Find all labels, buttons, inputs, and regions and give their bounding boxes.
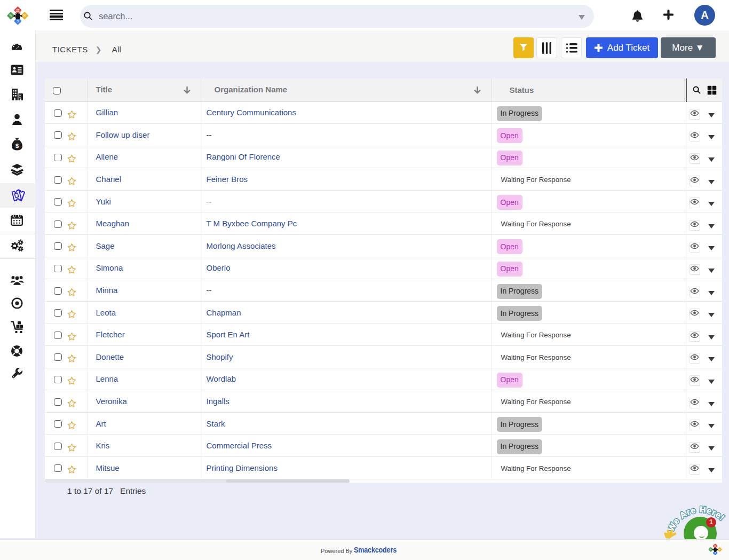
svg-text:?: ?: [715, 552, 716, 555]
svg-text:?: ?: [17, 19, 19, 24]
svg-text:✎: ✎: [9, 13, 12, 18]
svg-text:✉: ✉: [718, 548, 720, 551]
svg-text:⚖: ⚖: [714, 545, 716, 547]
svg-text:$: $: [15, 143, 18, 149]
svg-text:⚖: ⚖: [16, 8, 20, 13]
svg-text:✎: ✎: [710, 548, 712, 551]
svg-text:✉: ✉: [23, 13, 26, 18]
